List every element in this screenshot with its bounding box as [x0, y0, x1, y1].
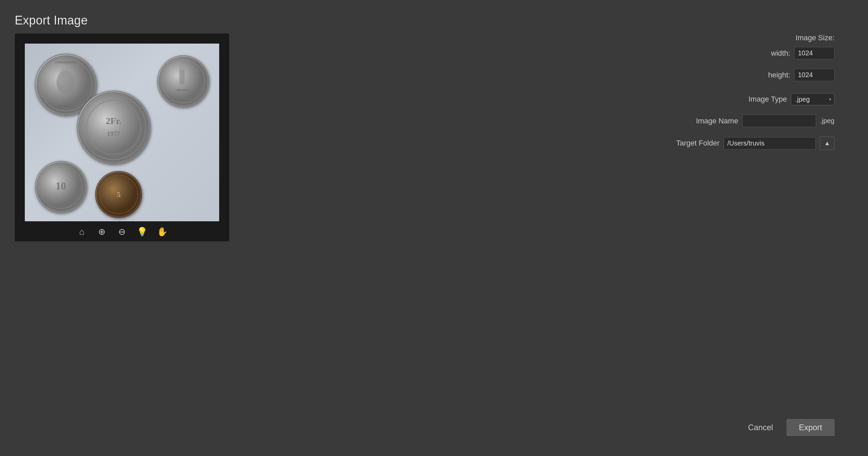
image-toolbar: ⌂ ⊕ ⊖ 💡 ✋ [15, 222, 229, 241]
height-input[interactable] [794, 69, 835, 81]
coin-top-right: HELVETIA [157, 55, 209, 107]
target-folder-label: Target Folder [676, 139, 720, 148]
folder-up-button[interactable]: ▲ [820, 136, 835, 150]
cancel-button[interactable]: Cancel [741, 420, 780, 435]
width-input[interactable] [794, 47, 835, 59]
width-label: width: [771, 49, 790, 58]
coins-image: CONFEDERATIO HELVETICA 2010 [25, 43, 219, 221]
image-name-label: Image Name [696, 117, 738, 125]
svg-text:10: 10 [56, 180, 66, 192]
svg-text:HELVETICA: HELVETICA [58, 105, 74, 108]
image-size-label: Image Size: [796, 33, 835, 42]
height-row: height: [701, 69, 835, 81]
bottom-buttons: Cancel Export [741, 419, 835, 436]
svg-text:2010: 2010 [63, 101, 69, 104]
coin-small-dark: 5 [95, 171, 142, 218]
coin-10: 10 [35, 161, 87, 213]
svg-text:HELVETIA: HELVETIA [177, 89, 190, 92]
svg-text:1977: 1977 [107, 130, 120, 137]
svg-text:2Fr.: 2Fr. [105, 116, 121, 126]
page-title: Export Image [15, 13, 88, 28]
target-folder-row: Target Folder ▲ [701, 136, 835, 150]
light-icon[interactable]: 💡 [136, 226, 148, 238]
svg-text:5: 5 [117, 190, 121, 199]
zoom-out-icon[interactable]: ⊖ [116, 226, 128, 238]
image-type-select-wrapper: .jpeg .png .tiff .bmp [791, 93, 835, 105]
zoom-in-icon[interactable]: ⊕ [96, 226, 108, 238]
image-preview-container: CONFEDERATIO HELVETICA 2010 [15, 33, 229, 241]
svg-point-12 [79, 93, 149, 162]
height-label: height: [768, 71, 790, 80]
image-name-suffix: .jpeg [820, 117, 835, 125]
export-button[interactable]: Export [786, 419, 835, 436]
image-type-label: Image Type [748, 95, 787, 103]
svg-point-10 [179, 64, 185, 72]
svg-text:CONFEDERATIO: CONFEDERATIO [55, 61, 76, 64]
image-preview: CONFEDERATIO HELVETICA 2010 [25, 43, 219, 221]
hand-icon[interactable]: ✋ [156, 226, 168, 238]
width-row: width: [701, 47, 835, 59]
coin-2fr: 2Fr. 1977 [77, 91, 151, 164]
target-folder-input[interactable] [723, 137, 816, 150]
image-size-group: Image Size: width: height: [701, 33, 835, 81]
image-name-row: Image Name .jpeg [701, 115, 835, 127]
svg-point-3 [60, 67, 71, 81]
right-panel: Image Size: width: height: Image Type .j… [701, 33, 835, 159]
home-icon[interactable]: ⌂ [76, 226, 88, 238]
image-type-select[interactable]: .jpeg .png .tiff .bmp [791, 93, 835, 105]
image-type-row: Image Type .jpeg .png .tiff .bmp [701, 93, 835, 105]
image-name-input[interactable] [742, 115, 816, 127]
